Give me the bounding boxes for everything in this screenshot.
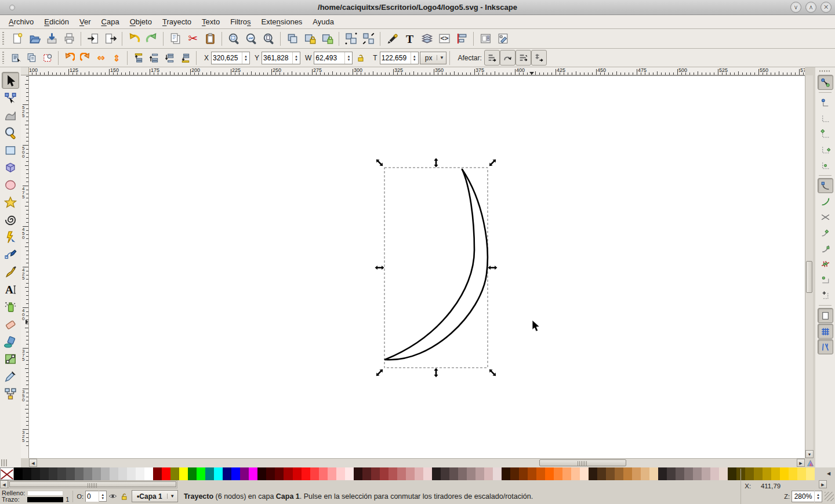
- palette-swatch[interactable]: [336, 467, 345, 480]
- palette-swatch[interactable]: [31, 467, 40, 480]
- snap-smooth-node[interactable]: [818, 241, 833, 256]
- layer-visibility-toggle[interactable]: [107, 491, 118, 502]
- snap-path-intersection[interactable]: [818, 209, 833, 224]
- palette-swatch[interactable]: [354, 467, 362, 480]
- spray-tool[interactable]: [2, 298, 19, 315]
- zoom-spinner[interactable]: ▲▼: [814, 491, 822, 502]
- horizontal-ruler[interactable]: 1001251501752002252502753003253503754004…: [29, 67, 805, 75]
- text-dialog[interactable]: T: [401, 30, 418, 48]
- menu-archivo[interactable]: Archivo: [3, 16, 39, 28]
- menu-ayuda[interactable]: Ayuda: [307, 16, 339, 28]
- menu-trayecto[interactable]: Trayecto: [157, 16, 197, 28]
- palette-swatch[interactable]: [75, 467, 84, 480]
- snap-object-center[interactable]: [818, 272, 833, 287]
- undo[interactable]: [125, 30, 143, 48]
- vertical-scrollbar[interactable]: ▼: [805, 75, 813, 458]
- palette-scroll-right-button[interactable]: ▶: [819, 480, 827, 488]
- menu-objeto[interactable]: Objeto: [125, 16, 157, 28]
- palette-swatch[interactable]: [23, 467, 31, 480]
- palette-swatch[interactable]: [302, 467, 310, 480]
- palette-swatch[interactable]: [475, 467, 484, 480]
- palette-swatch[interactable]: [84, 467, 92, 480]
- snap-grid[interactable]: [818, 324, 833, 339]
- palette-swatch[interactable]: [162, 467, 170, 480]
- w-spinner[interactable]: ▲▼: [344, 52, 352, 64]
- palette-swatch[interactable]: [275, 467, 284, 480]
- palette-swatch[interactable]: [240, 467, 249, 480]
- layer-lock-toggle[interactable]: [118, 491, 130, 502]
- dropper-tool[interactable]: [2, 368, 19, 385]
- palette-swatch[interactable]: [40, 467, 49, 480]
- h-field[interactable]: [380, 53, 411, 63]
- palette-swatch[interactable]: [293, 467, 302, 480]
- palette-swatch[interactable]: [441, 467, 449, 480]
- palette-swatch[interactable]: [423, 467, 432, 480]
- align-dialog[interactable]: [453, 30, 470, 48]
- affect-move-gradients[interactable]: [515, 50, 531, 66]
- palette-swatch[interactable]: [205, 467, 214, 480]
- vertical-scrollbar-thumb[interactable]: [806, 261, 812, 293]
- menu-ver[interactable]: Ver: [74, 16, 96, 28]
- snap-rotation-center[interactable]: [818, 288, 833, 303]
- palette-swatch[interactable]: [615, 467, 623, 480]
- palette-swatch[interactable]: [667, 467, 676, 480]
- palette-swatch[interactable]: [658, 467, 667, 480]
- palette-swatch[interactable]: [458, 467, 467, 480]
- palette-swatch[interactable]: [266, 467, 275, 480]
- scroll-right-button[interactable]: ▶: [797, 459, 805, 467]
- paste[interactable]: [201, 30, 219, 48]
- palette-swatch[interactable]: [502, 467, 510, 480]
- snap-bbox[interactable]: [818, 95, 833, 110]
- raise[interactable]: [146, 50, 162, 66]
- rotate-cw[interactable]: [77, 50, 93, 66]
- palette-swatch[interactable]: [188, 467, 197, 480]
- snap-nodes[interactable]: [818, 178, 833, 193]
- palette-swatch[interactable]: [728, 467, 736, 480]
- palette-swatch[interactable]: [562, 467, 571, 480]
- palette-swatch[interactable]: [632, 467, 641, 480]
- cut[interactable]: ✂: [184, 30, 201, 48]
- palette-swatch[interactable]: [406, 467, 415, 480]
- palette-swatch[interactable]: [136, 467, 144, 480]
- menu-capa[interactable]: Capa: [96, 16, 125, 28]
- palette-swatch[interactable]: [797, 467, 806, 480]
- print-document[interactable]: [60, 30, 78, 48]
- affect-scale-corners[interactable]: [500, 50, 515, 66]
- palette-swatch[interactable]: [257, 467, 266, 480]
- zoom-selection[interactable]: [225, 30, 242, 48]
- snap-bbox-edge-mid[interactable]: [818, 142, 833, 157]
- palette-swatch[interactable]: [231, 467, 240, 480]
- zoom-tool[interactable]: [2, 124, 19, 141]
- palette-swatch[interactable]: [432, 467, 441, 480]
- import-document[interactable]: [84, 30, 101, 48]
- palette-swatch[interactable]: [536, 467, 545, 480]
- menu-extensiones[interactable]: Extensiones: [256, 16, 308, 28]
- y-field[interactable]: [262, 53, 292, 63]
- palette-swatch[interactable]: [693, 467, 702, 480]
- text-tool[interactable]: A: [2, 281, 19, 298]
- selected-path[interactable]: [385, 169, 488, 360]
- palette-swatch[interactable]: [719, 467, 728, 480]
- snap-bbox-edge[interactable]: [818, 111, 833, 126]
- palette-swatch[interactable]: [371, 467, 380, 480]
- scroll-left-button[interactable]: ◀: [29, 459, 37, 467]
- snap-bbox-corner[interactable]: [818, 126, 833, 142]
- palette-swatch[interactable]: [144, 467, 153, 480]
- snap-master[interactable]: [818, 75, 833, 90]
- zoom-field[interactable]: [792, 491, 814, 502]
- layer-select[interactable]: •Capa 1 ▼: [132, 490, 178, 502]
- affect-scale-stroke[interactable]: [484, 50, 500, 66]
- palette-swatch[interactable]: [623, 467, 632, 480]
- palette-swatch[interactable]: [528, 467, 536, 480]
- zoom-page[interactable]: [260, 30, 277, 48]
- raise-to-top[interactable]: [130, 50, 146, 66]
- maximize-button[interactable]: ∧: [805, 2, 816, 13]
- palette-swatch[interactable]: [415, 467, 423, 480]
- opacity-spinner[interactable]: ▲▼: [99, 491, 106, 502]
- tweak-tool[interactable]: [2, 107, 19, 124]
- pencil-tool[interactable]: [2, 229, 19, 245]
- x-field[interactable]: [212, 53, 242, 63]
- palette-swatch[interactable]: [14, 467, 23, 480]
- resize-grip[interactable]: [825, 492, 834, 501]
- y-spinner[interactable]: ▲▼: [292, 52, 300, 64]
